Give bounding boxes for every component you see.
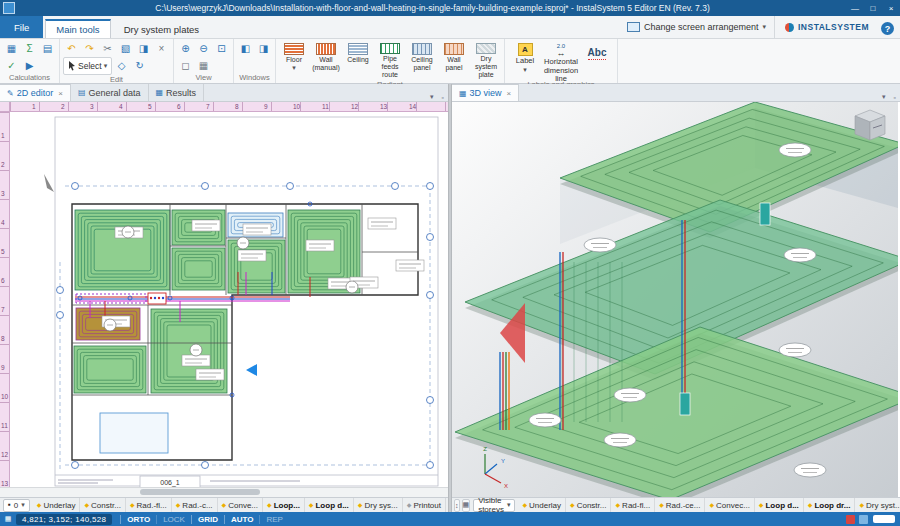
visible-storeys-dropdown[interactable]: Visible storeys ▾ <box>473 499 515 512</box>
layer-tab[interactable]: ◆Rad.-c... <box>172 498 218 512</box>
left-panel-2d: ✎ 2D editor × ▤ General data ▦ Results ▾… <box>0 84 448 512</box>
layer-tab[interactable]: ◆Loop d... <box>755 498 804 512</box>
tab-3d-view[interactable]: ▦ 3D view × <box>452 84 519 101</box>
abc-text-button[interactable]: Abc <box>580 40 614 80</box>
horizontal-scrollbar[interactable] <box>0 487 448 497</box>
delete-icon[interactable]: × <box>153 40 170 56</box>
ruler-number: 5 <box>148 103 152 110</box>
radiant-wall-panel-button[interactable]: Wall panel <box>439 40 469 80</box>
tab-list-chevron-icon[interactable]: ▾ <box>878 93 890 101</box>
mode-toggle-grid[interactable]: GRID <box>191 515 224 524</box>
help-button[interactable]: ? <box>881 22 894 35</box>
calc-list-icon[interactable]: ▤ <box>39 40 56 56</box>
zoom-in-icon[interactable]: ⊕ <box>177 40 194 56</box>
copy-icon[interactable]: ▧ <box>117 40 134 56</box>
radiant-wall-manual--button[interactable]: Wall (manual) <box>311 40 341 80</box>
layer-tab[interactable]: ◆Underlay <box>33 498 81 512</box>
navigation-cube[interactable] <box>855 110 885 140</box>
radiant-icon <box>476 43 496 54</box>
radiant-ceiling-button[interactable]: Ceiling <box>343 40 373 80</box>
layer-diamond-icon: ◆ <box>222 502 227 508</box>
status-info-icon[interactable]: ▦ <box>3 514 13 524</box>
zoom-out-icon[interactable]: ⊖ <box>195 40 212 56</box>
status-blue-icon[interactable] <box>859 515 868 524</box>
tab-2d-editor[interactable]: ✎ 2D editor × <box>0 84 71 101</box>
zoom-extents-icon[interactable]: ▦ <box>195 57 212 73</box>
tab-results[interactable]: ▦ Results <box>149 84 205 101</box>
layer-tab[interactable]: ◆Underlay <box>518 498 566 512</box>
calc-grid-icon[interactable]: ▦ <box>3 40 20 56</box>
scrollbar-thumb[interactable] <box>140 489 260 495</box>
calc-check-icon[interactable]: ✓ <box>3 57 20 73</box>
undo-icon[interactable]: ↶ <box>63 40 80 56</box>
brand-name: INSTALSYSTEM <box>798 22 869 32</box>
file-menu-button[interactable]: File <box>0 16 43 38</box>
status-red-icon[interactable] <box>846 515 855 524</box>
mode-toggle-lock[interactable]: LOCK <box>156 515 191 524</box>
storey-grid-icon[interactable]: ▦ <box>462 499 471 512</box>
main-area: ✎ 2D editor × ▤ General data ▦ Results ▾… <box>0 84 900 512</box>
layer-tab-label: Loop dr... <box>814 501 850 510</box>
layer-tab[interactable]: ◆Dry syst... <box>855 498 900 512</box>
rotate-icon[interactable]: ↻ <box>131 57 148 73</box>
minimize-button[interactable]: — <box>846 0 864 16</box>
paste-icon[interactable]: ◨ <box>135 40 152 56</box>
storey-up-down-icon[interactable]: ↕ <box>454 499 460 512</box>
layer-tab[interactable]: ◆Dry sys... <box>354 498 403 512</box>
layer-tab[interactable]: ◆Loop... <box>263 498 305 512</box>
radiant-dry-system-plate-button[interactable]: Dry system plate <box>471 40 501 80</box>
zoom-level-box[interactable] <box>873 515 895 523</box>
layer-tab[interactable]: ◆Loop d... <box>305 498 354 512</box>
cut-icon[interactable]: ✂ <box>99 40 116 56</box>
move-icon[interactable]: ◇ <box>113 57 130 73</box>
layer-tab[interactable]: ◆Printout <box>403 498 446 512</box>
select-tool-button[interactable]: Select ▾ <box>63 57 112 75</box>
horizontal-dimension-line-button[interactable]: 2.0 ↔ Horizontal dimension line <box>544 40 578 80</box>
calc-sum-icon[interactable]: Σ <box>21 40 38 56</box>
layer-tab[interactable]: ◆Rad-fl... <box>611 498 655 512</box>
group-caption-calculations[interactable]: Calculations <box>3 73 56 83</box>
3d-viewport[interactable]: Z Y X <box>452 102 898 501</box>
ruler-number: 13 <box>1 480 8 487</box>
floor-plan-canvas[interactable]: 006_1 <box>10 112 448 492</box>
manifold[interactable] <box>148 293 166 304</box>
group-caption-windows[interactable]: Windows <box>237 73 272 83</box>
tab-close-icon[interactable]: × <box>507 89 512 98</box>
radiant-floor-button[interactable]: Floor▾ <box>279 40 309 80</box>
layer-tab[interactable]: ◆Rad.-fl... <box>126 498 172 512</box>
layer-tab[interactable]: ◆Constr... <box>566 498 611 512</box>
tab-close-icon[interactable]: × <box>58 89 63 98</box>
change-screen-arrangement-button[interactable]: Change screen arrangement ▾ <box>619 16 774 38</box>
tab-dry-system-plates[interactable]: Dry system plates <box>113 20 211 38</box>
ruler-number: 4 <box>119 103 123 110</box>
layer-tab[interactable]: ◆Convec... <box>705 498 754 512</box>
ruler-number: 8 <box>235 103 239 110</box>
layer-selector-dropdown[interactable]: ▪ 0 ▾ <box>3 499 30 512</box>
tab-pin-icon[interactable]: ▫ <box>890 94 900 101</box>
tab-main-tools[interactable]: Main tools <box>45 19 110 38</box>
window-layout-b-icon[interactable]: ◨ <box>255 40 272 56</box>
tab-general-data[interactable]: ▤ General data <box>71 84 149 101</box>
zoom-window-icon[interactable]: ⊡ <box>213 40 230 56</box>
close-button[interactable]: × <box>882 0 900 16</box>
group-caption-view[interactable]: View <box>177 73 230 83</box>
tab-list-chevron-icon[interactable]: ▾ <box>426 93 438 101</box>
pan-icon[interactable]: ◻ <box>177 57 194 73</box>
layer-tab[interactable]: ◆Conve... <box>218 498 263 512</box>
mode-toggle-auto[interactable]: AUTO <box>224 515 260 524</box>
tab-pin-icon[interactable]: ▫ <box>438 94 448 101</box>
radiant-ceiling-panel-button[interactable]: Ceiling panel <box>407 40 437 80</box>
layer-tab[interactable]: ◆Rad.-ce... <box>655 498 705 512</box>
calc-run-icon[interactable]: ▶ <box>21 57 38 73</box>
layer-tab[interactable]: ◆Constr... <box>80 498 125 512</box>
window-layout-a-icon[interactable]: ◧ <box>237 40 254 56</box>
maximize-button[interactable]: □ <box>864 0 882 16</box>
mode-toggle-orto[interactable]: ORTO <box>120 515 156 524</box>
window-title: C:\Users\wegrzykJ\Downloads\Installation… <box>19 3 846 13</box>
mode-toggle-rep[interactable]: REP <box>259 515 288 524</box>
layer-tab[interactable]: ◆Loop dr... <box>804 498 856 512</box>
label-button[interactable]: A Label ▾ <box>508 40 542 80</box>
radiant-pipe-feeds-route-button[interactable]: Pipe feeds route <box>375 40 405 80</box>
redo-icon[interactable]: ↷ <box>81 40 98 56</box>
tab-2d-editor-label: 2D editor <box>17 88 54 98</box>
